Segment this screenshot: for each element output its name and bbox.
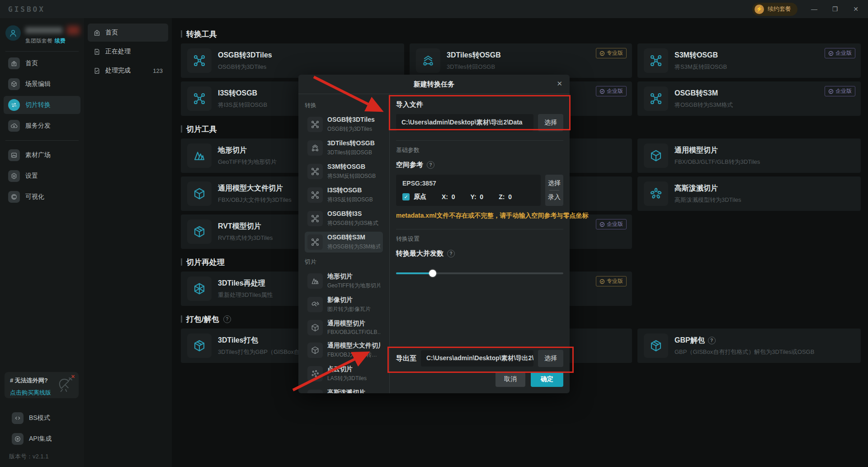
modal-menu-item[interactable]: 影像切片图片转为影像瓦片 [305,294,383,315]
close-button[interactable]: ✕ [852,5,860,13]
tool-card-title: 通用模型切片 [675,146,718,155]
tool-card-title: 高斯泼溅切片 [675,184,718,193]
epsg-value: EPSG:3857 [402,180,534,187]
sidebar-item-api-integration[interactable]: API集成 [7,430,77,448]
dialog-title: 新建转换任务 [414,80,454,89]
minimize-button[interactable]: — [810,5,818,13]
tool-card-subtitle: GeoTIFF转为地形切片 [218,158,277,166]
modal-menu-item[interactable]: 通用模型大文件切片FBX/OBJ大文件转… [305,340,383,361]
menu-item-subtitle: 将OSGB转为S3M格式 [327,243,380,251]
task-sidebar-item-processing[interactable]: 正在处理 [88,43,168,61]
help-icon[interactable]: ? [223,315,231,323]
modal-menu-item[interactable]: S3M转OSGB将S3M反转回OSGB [305,161,383,182]
basic-params-label: 基础参数 [396,146,563,154]
tool-card[interactable]: GBP解包?GBP（GISBox自有打包格式）解包为3DTiles或OSGB [637,329,861,363]
modal-menu-item[interactable]: 地形切片GeoTIFF转为地形切片 [305,271,383,291]
sidebar-item-settings[interactable]: 设置 [4,167,80,185]
user-profile[interactable]: 集团版套餐续费 [0,18,84,50]
modal-menu-item[interactable]: 点云切片LAS转为3DTiles [305,363,383,384]
drone-icon [187,48,212,73]
cube-icon [307,320,323,335]
task-item-label: 处理完成 [105,67,131,75]
tool-card[interactable]: S3M转OSGB将S3M反转回OSGB企业版 [637,43,861,78]
restore-button[interactable]: ❐ [831,5,839,13]
offline-promo-card[interactable]: # 无法连外网? 点击购买离线版 ✕ [5,372,79,398]
task-item-label: 首页 [105,29,118,37]
sidebar-item-scene-edit[interactable]: 场景编辑 [4,75,80,93]
sidebar-item-bs-mode[interactable]: BS模式 [7,409,77,427]
task-sidebar-item-home[interactable]: 首页 [88,24,168,42]
modal-menu-item[interactable]: 高斯泼溅切片高斯泼溅模型转为3… [305,387,383,393]
sidebar-item-home[interactable]: 首页 [4,54,80,72]
help-icon[interactable]: ? [427,161,434,169]
badge-label: 企业版 [607,220,623,228]
menu-item-subtitle: 3DTiles转回OSGB [327,149,375,157]
export-choose-button[interactable]: 选择 [538,350,563,367]
box-icon [187,219,212,244]
badge-label: 企业版 [607,87,623,95]
sidebar-item-asset-market[interactable]: 素材广场 [4,146,80,164]
sidebar-item-slice-convert[interactable]: 切片转换 [4,96,80,114]
tool-card[interactable]: 通用模型切片FBX/OBJ/GLTF/GLB转为3DTiles [637,138,861,173]
origin-checkbox[interactable]: ✓ [402,193,410,200]
app-logo: GISBOX [8,5,45,14]
renew-plan-button[interactable]: ⚡ 续约套餐 [752,3,797,16]
main-nav: 首页场景编辑切片转换服务分发素材广场设置可视化 [0,54,84,206]
coord-z[interactable]: Z: 0 [499,193,512,200]
spatial-ref-box[interactable]: EPSG:3857 ✓ 原点 X: 0 Y: 0 Z: 0 [396,175,541,206]
tool-card[interactable]: 高斯泼溅切片高斯泼溅模型转为3DTiles [637,176,861,211]
spatial-enter-button[interactable]: 录入 [548,193,561,201]
sidebar-item-label: 切片转换 [25,101,51,109]
modal-menu-item[interactable]: OSGB转S3M将OSGB转为S3M格式 [305,232,383,253]
menu-item-title: 通用模型切片 [327,319,380,328]
tool-card-title: OSGB转S3M [675,89,718,98]
section-accent-bar [181,315,182,323]
cloudup-icon [8,120,20,132]
renew-link[interactable]: 续费 [55,38,66,44]
task-sidebar-item-completed[interactable]: 处理完成123 [88,62,168,80]
close-icon[interactable]: ✕ [557,80,562,88]
concurrency-slider[interactable] [396,270,563,277]
drone-icon [307,211,323,226]
help-icon[interactable]: ? [447,250,455,257]
task-sidebar: 首页正在处理处理完成123 [84,18,172,467]
cube-icon [644,143,668,168]
section-title: 转换工具 [186,29,217,39]
sidebar-item-service-distribute[interactable]: 服务分发 [4,117,80,135]
slider-thumb[interactable] [429,270,436,277]
tool-card[interactable]: 3DTiles转OSGB3DTiles转回OSGB专业版 [410,43,632,78]
menu-item-subtitle: FBX/OBJ/GLTF/GLB… [327,329,380,335]
confirm-button[interactable]: 确定 [531,372,563,387]
import-path-input[interactable]: C:\Users\admin\Desktop\素材\导出2\Data [396,114,533,131]
sidebar-item-label: 素材广场 [25,151,51,159]
modal-menu-item[interactable]: I3S转OSGB将I3S反转回OSGB [305,185,383,205]
coord-y[interactable]: Y: 0 [471,193,484,200]
conversion-type-menu: 转换OSGB转3DTilesOSGB转为3DTiles3DTiles转OSGB3… [298,94,390,393]
tool-card-title: 3DTiles转OSGB [447,51,501,60]
spatial-choose-button[interactable]: 选择 [548,179,561,187]
gear-icon [8,170,20,182]
menu-item-title: OSGB转3DTiles [327,116,375,124]
cancel-button[interactable]: 取消 [495,372,525,387]
coord-x[interactable]: X: 0 [442,193,455,200]
modal-menu-item[interactable]: 通用模型切片FBX/OBJ/GLTF/GLB… [305,318,383,337]
drone-icon [307,187,323,203]
drone-icon [307,234,323,250]
import-choose-button[interactable]: 选择 [538,114,563,131]
export-path-input[interactable]: C:\Users\admin\Desktop\素材\导出2\o… [421,350,533,367]
badge-enterprise: 企业版 [596,86,627,96]
modal-menu-item[interactable]: OSGB转3DTilesOSGB转为3DTiles [305,114,383,135]
menu-item-subtitle: LAS转为3DTiles [327,375,367,382]
section-accent-bar [181,258,182,266]
sidebar-item-visualization[interactable]: 可视化 [4,188,80,206]
export-to-label: 导出至 [396,354,416,363]
tool-card[interactable]: OSGB转S3M将OSGB转为S3M格式企业版 [637,81,861,116]
origin-label: 原点 [414,193,426,201]
modal-menu-item[interactable]: 3DTiles转OSGB3DTiles转回OSGB [305,138,383,158]
tool-card[interactable]: OSGB转3DTilesOSGB转为3DTiles [181,43,404,78]
sidebar-bottom-nav: BS模式API集成 [4,406,80,451]
divider [396,140,563,141]
modal-menu-item[interactable]: OSGB转I3S将OSGB转为I3S格式 [305,208,383,229]
tool-card-title: I3S转OSGB [218,89,257,98]
help-icon[interactable]: ? [708,337,716,344]
